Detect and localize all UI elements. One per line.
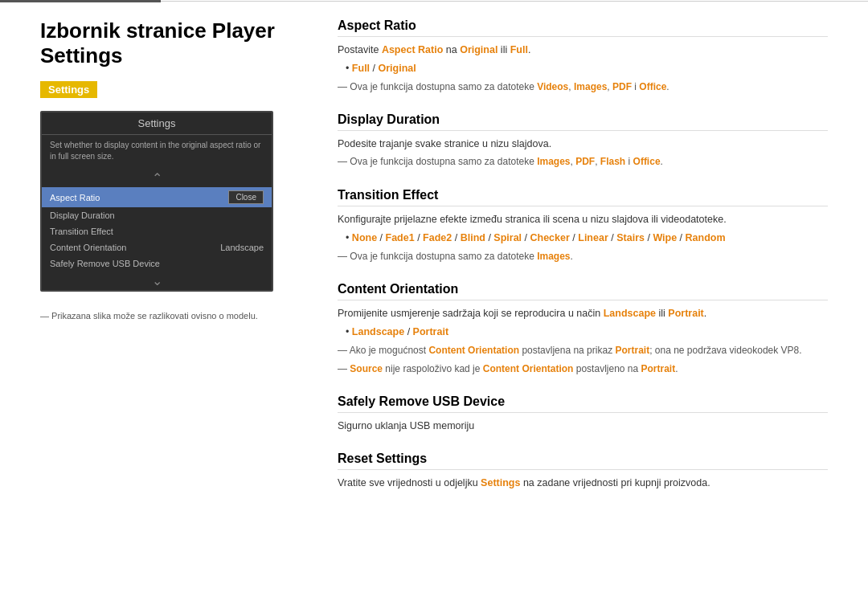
- item-label: Safely Remove USB Device: [50, 259, 160, 268]
- bullet-full-original: Full / Original: [346, 60, 828, 77]
- section-title-aspect-ratio: Aspect Ratio: [338, 18, 828, 37]
- section-display-duration: Display Duration Podesite trajanje svake…: [338, 112, 828, 170]
- item-label: Display Duration: [50, 210, 115, 220]
- section-safely-remove: Safely Remove USB Device Sigurno uklanja…: [338, 394, 828, 434]
- settings-ui-item-display-duration[interactable]: Display Duration: [42, 207, 272, 223]
- right-column: Aspect Ratio Postavite Aspect Ratio na O…: [338, 18, 828, 509]
- content-orientation-bullets: Landscape / Portrait: [346, 324, 828, 341]
- footnote: Prikazana slika može se razlikovati ovis…: [40, 311, 305, 321]
- item-value: Landscape: [220, 243, 264, 252]
- settings-ui-title: Settings: [42, 112, 272, 135]
- arrow-up-icon: ⌃: [42, 169, 272, 187]
- page-layout: Izbornik stranice Player Settings Settin…: [0, 2, 868, 525]
- item-label: Transition Effect: [50, 227, 113, 236]
- item-label: Aspect Ratio: [50, 193, 100, 202]
- divider-left: [0, 0, 161, 2]
- section-title-display-duration: Display Duration: [338, 112, 828, 131]
- section-reset-settings: Reset Settings Vratite sve vrijednosti u…: [338, 452, 828, 491]
- content-orientation-note-2: Source nije raspoloživo kad je Content O…: [338, 362, 828, 377]
- item-label: Content Orientation: [50, 243, 126, 252]
- settings-ui-item-safely-remove[interactable]: Safely Remove USB Device: [42, 255, 272, 272]
- settings-ui-mockup: Settings Set whether to display content …: [40, 111, 273, 292]
- bullet-orientation-options: Landscape / Portrait: [346, 324, 828, 341]
- section-title-content-orientation: Content Orientation: [338, 282, 828, 300]
- aspect-ratio-description: Postavite Aspect Ratio na Original ili F…: [338, 42, 828, 58]
- settings-ui-desc: Set whether to display content in the or…: [42, 135, 272, 169]
- safely-remove-description: Sigurno uklanja USB memoriju: [338, 418, 828, 434]
- section-transition-effect: Transition Effect Konfigurajte prijelazn…: [338, 188, 828, 264]
- aspect-ratio-text: Aspect Ratio: [382, 44, 443, 55]
- display-duration-description: Podesite trajanje svake stranice u nizu …: [338, 136, 828, 152]
- arrow-down-icon: ⌄: [42, 272, 272, 290]
- original-text: Original: [460, 44, 497, 55]
- aspect-ratio-bullets: Full / Original: [346, 60, 828, 77]
- settings-ui-item-aspect-ratio[interactable]: Aspect Ratio Close: [42, 187, 272, 207]
- section-title-safely-remove: Safely Remove USB Device: [338, 394, 828, 413]
- transition-effect-description: Konfigurajte prijelazne efekte između st…: [338, 211, 828, 227]
- divider-right: [161, 1, 868, 2]
- settings-badge: Settings: [40, 81, 97, 98]
- section-title-transition-effect: Transition Effect: [338, 188, 828, 206]
- bullet-transition-options: None / Fade1 / Fade2 / Blind / Spiral / …: [346, 230, 828, 247]
- transition-effect-bullets: None / Fade1 / Fade2 / Blind / Spiral / …: [346, 230, 828, 247]
- display-duration-note: Ova je funkcija dostupna samo za datotek…: [338, 154, 828, 170]
- section-title-reset-settings: Reset Settings: [338, 452, 828, 470]
- left-column: Izbornik stranice Player Settings Settin…: [40, 18, 305, 509]
- reset-settings-description: Vratite sve vrijednosti u odjeljku Setti…: [338, 475, 828, 491]
- section-content-orientation: Content Orientation Promijenite usmjeren…: [338, 282, 828, 377]
- settings-ui-item-transition-effect[interactable]: Transition Effect: [42, 223, 272, 239]
- aspect-ratio-note: Ova je funkcija dostupna samo za datotek…: [338, 80, 828, 95]
- page-title: Izbornik stranice Player Settings: [40, 18, 305, 68]
- transition-effect-note: Ova je funkcija dostupna samo za datotek…: [338, 249, 828, 264]
- settings-ui-item-content-orientation[interactable]: Content Orientation Landscape: [42, 239, 272, 255]
- content-orientation-description: Promijenite usmjerenje sadržaja koji se …: [338, 305, 828, 321]
- content-orientation-note-1: Ako je mogućnost Content Orientation pos…: [338, 343, 828, 358]
- full-text: Full: [510, 44, 528, 55]
- section-aspect-ratio: Aspect Ratio Postavite Aspect Ratio na O…: [338, 18, 828, 95]
- close-button[interactable]: Close: [228, 190, 264, 204]
